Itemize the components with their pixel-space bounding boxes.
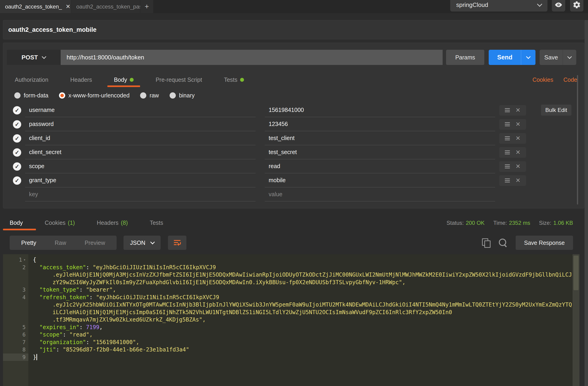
json-token: .eyJleHAiOjE1NjQ0MjA3MjcsInVzZXJfbmFtZSI…: [53, 272, 572, 278]
code-text: "organization": "15619841000",: [28, 339, 139, 345]
drag-handle-icon[interactable]: [505, 107, 510, 113]
view-preview[interactable]: Preview: [75, 240, 114, 246]
row-controls: ✕: [499, 119, 526, 130]
tab-body[interactable]: Body: [114, 72, 134, 87]
time-badge: Time: 2352 ms: [493, 220, 530, 226]
line-number-text: 9: [22, 354, 26, 360]
param-value-cell[interactable]: 15619841000: [265, 103, 495, 117]
drag-handle-icon[interactable]: [505, 121, 510, 127]
code-scrollbar-thumb[interactable]: [573, 256, 579, 290]
chevron-down-icon: [567, 54, 572, 59]
param-key-cell[interactable]: username: [25, 103, 255, 117]
fold-arrow-icon[interactable]: ▾: [23, 258, 26, 262]
send-button[interactable]: Send: [489, 50, 521, 65]
code-lines: 1▾{2"access_token": "eyJhbGciOiJIUzI1NiI…: [3, 256, 572, 361]
response-tab-headers[interactable]: Headers (8): [97, 215, 128, 230]
format-select[interactable]: JSON: [124, 236, 161, 250]
response-tab-body[interactable]: Body: [10, 215, 23, 230]
method-select[interactable]: POST: [7, 50, 61, 65]
row-checkbox[interactable]: ✓: [13, 162, 21, 171]
view-mode-group: Pretty Raw Preview: [10, 236, 117, 250]
drag-handle-icon[interactable]: [505, 163, 510, 169]
tab-tests[interactable]: Tests: [224, 72, 244, 87]
row-checkbox[interactable]: ✓: [13, 176, 21, 185]
code-link[interactable]: Code: [563, 77, 577, 83]
wrap-text-button[interactable]: [168, 236, 186, 250]
settings-button[interactable]: [570, 0, 583, 12]
line-number-text: 1: [19, 257, 22, 263]
search-icon[interactable]: [499, 238, 507, 247]
delete-row-icon[interactable]: ✕: [515, 177, 521, 184]
json-token: "token_type": [39, 286, 79, 293]
param-key-cell[interactable]: scope: [25, 159, 255, 173]
code-text: {: [28, 257, 36, 263]
code-text: iLCJleHAiOjE1NjQ1MjE1MjcsImp0aSI6IjNhZTk…: [28, 309, 452, 316]
environment-preview-button[interactable]: [552, 0, 565, 12]
delete-row-icon[interactable]: ✕: [515, 135, 521, 142]
send-button-group: Send: [489, 50, 535, 65]
request-tab-inactive[interactable]: oauth2_access_token_passv: [71, 0, 140, 13]
copy-icon[interactable]: [482, 238, 490, 247]
radio-raw[interactable]: raw: [140, 92, 159, 99]
cookies-link[interactable]: Cookies: [532, 77, 553, 83]
json-token: "15619841000",: [93, 339, 139, 345]
response-tab-tests[interactable]: Tests: [150, 215, 163, 230]
param-key-cell[interactable]: client_secret: [25, 145, 255, 159]
radio-binary[interactable]: binary: [169, 92, 195, 99]
radio-x-www-form-urlencoded[interactable]: x-www-form-urlencoded: [59, 92, 129, 99]
row-checkbox[interactable]: ✓: [13, 134, 21, 142]
delete-row-icon[interactable]: ✕: [515, 121, 521, 128]
bulk-edit-button[interactable]: Bulk Edit: [541, 104, 571, 116]
line-number: 9: [3, 354, 28, 361]
row-controls: ✕: [499, 133, 526, 144]
row-checkbox[interactable]: ✓: [13, 120, 21, 128]
close-icon[interactable]: ✕: [66, 3, 70, 10]
url-input[interactable]: http://host1:8000/oauth/token: [61, 50, 443, 65]
save-response-button[interactable]: Save Response: [516, 236, 573, 250]
code-scrollbar-track[interactable]: [573, 254, 579, 386]
json-token: :: [89, 294, 96, 301]
response-tab-cookies[interactable]: Cookies (1): [45, 215, 75, 230]
request-tab-active[interactable]: oauth2_access_token_ ✕: [0, 0, 71, 13]
line-number-text: 2: [22, 264, 26, 270]
drag-handle-icon[interactable]: [505, 135, 510, 141]
view-raw[interactable]: Raw: [45, 240, 75, 246]
checkmark-icon: ✓: [15, 121, 19, 128]
param-key-cell[interactable]: grant_type: [25, 173, 255, 187]
save-options-button[interactable]: [563, 50, 576, 65]
tab-authorization[interactable]: Authorization: [15, 72, 48, 87]
view-pretty[interactable]: Pretty: [12, 240, 45, 246]
gear-icon: [573, 1, 581, 9]
param-value-cell[interactable]: test_client: [265, 131, 495, 145]
drag-handle-icon[interactable]: [505, 149, 510, 155]
param-key-cell[interactable]: key: [25, 187, 255, 202]
param-value-cell[interactable]: mobile: [265, 173, 495, 187]
drag-handle-icon[interactable]: [505, 178, 510, 183]
radio-icon: [14, 92, 21, 99]
delete-row-icon[interactable]: ✕: [515, 149, 521, 156]
environment-selector[interactable]: springCloud: [450, 0, 547, 12]
send-options-button[interactable]: [521, 50, 535, 65]
line-number-text: 7: [22, 339, 26, 345]
delete-row-icon[interactable]: ✕: [515, 107, 521, 114]
request-links: Cookies Code: [532, 72, 577, 87]
param-value-cell[interactable]: value: [265, 187, 495, 202]
row-checkbox[interactable]: ✓: [13, 106, 21, 114]
param-value-cell[interactable]: test_secret: [265, 145, 495, 159]
param-value-cell[interactable]: 123456: [265, 117, 495, 131]
tab-headers[interactable]: Headers: [70, 72, 92, 87]
json-token: 7199: [86, 324, 99, 330]
radio-form-data[interactable]: form-data: [14, 92, 48, 99]
param-key-cell[interactable]: client_id: [25, 131, 255, 145]
tab-pre-request-script[interactable]: Pre-request Script: [156, 72, 202, 87]
params-button[interactable]: Params: [446, 50, 484, 65]
page-scrollbar[interactable]: [585, 20, 588, 386]
builder-scrollbar[interactable]: [577, 75, 578, 204]
new-tab-button[interactable]: +: [140, 0, 153, 13]
param-key-cell[interactable]: password: [25, 117, 255, 131]
param-value-cell[interactable]: read: [265, 159, 495, 173]
checkmark-icon: ✓: [15, 107, 19, 114]
row-checkbox[interactable]: ✓: [13, 148, 21, 157]
delete-row-icon[interactable]: ✕: [515, 163, 521, 170]
save-button[interactable]: Save: [540, 50, 563, 65]
